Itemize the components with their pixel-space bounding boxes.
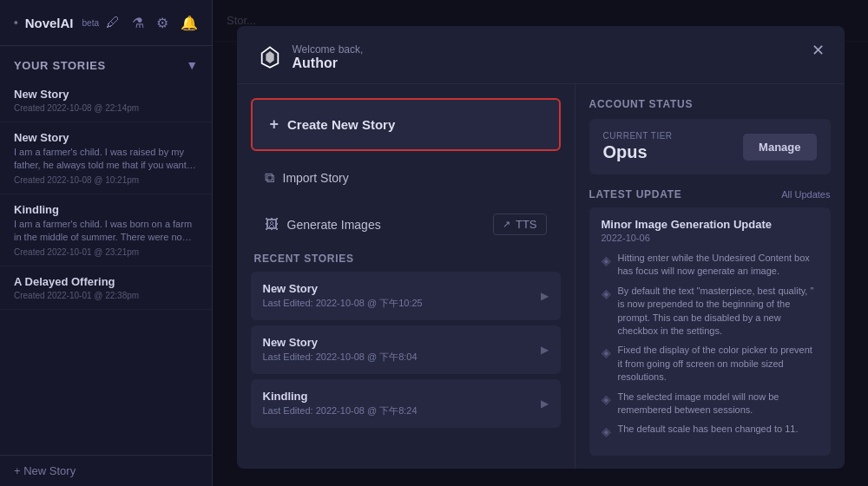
svg-marker-3 — [266, 51, 273, 63]
generate-images-row[interactable]: 🖼 Generate Images ↗ TTS — [251, 203, 561, 246]
welcome-sub-text: Welcome back, — [293, 43, 364, 56]
new-story-button[interactable]: + New Story — [0, 455, 212, 486]
story-date-2: Created 2022-10-01 @ 23:21pm — [14, 247, 198, 257]
tier-card: Current Tier Opus Manage — [589, 119, 831, 174]
story-item-3[interactable]: A Delayed Offering Created 2022-10-01 @ … — [0, 266, 212, 310]
all-updates-link[interactable]: All Updates — [781, 189, 830, 200]
latest-update-title: Latest Update — [589, 188, 682, 200]
update-bullet-3: ◈ — [602, 391, 611, 407]
recent-story-0[interactable]: New Story Last Edited: 2022-10-08 @ 下午10… — [251, 272, 561, 320]
story-item-2[interactable]: Kindling I am a farmer's child. I was bo… — [0, 194, 212, 266]
modal-logo-icon — [258, 45, 282, 69]
create-story-label: Create New Story — [287, 117, 395, 132]
stories-section-title: Your Stories — [14, 59, 106, 72]
update-bullet-0: ◈ — [602, 253, 611, 268]
update-bullet-1: ◈ — [602, 286, 611, 301]
stories-header: Your Stories ▼ — [0, 46, 212, 79]
filter-icon[interactable]: ▼ — [186, 58, 198, 72]
modal-left-panel: + Create New Story ⧉ Import Story 🖼 Gene… — [237, 84, 575, 469]
update-item-3: ◈ The selected image model will now be r… — [602, 391, 819, 417]
close-icon: ✕ — [812, 41, 825, 60]
update-text-0: Hitting enter while the Undesired Conten… — [618, 252, 819, 279]
modal-header: Welcome back, Author ✕ — [237, 26, 845, 84]
update-item-0: ◈ Hitting enter while the Undesired Cont… — [602, 252, 819, 279]
manage-button[interactable]: Manage — [743, 134, 816, 161]
recent-story-title-0: New Story — [263, 282, 541, 295]
create-new-story-button[interactable]: + Create New Story — [251, 98, 561, 151]
update-text-2: Fixed the display of the color picker to… — [618, 344, 819, 384]
beta-badge: beta — [82, 18, 99, 28]
story-title-3: A Delayed Offering — [14, 275, 198, 288]
chevron-right-icon-0: ▶ — [541, 290, 549, 302]
story-title-0: New Story — [14, 88, 198, 101]
story-title-2: Kindling — [14, 203, 198, 216]
story-date-1: Created 2022-10-08 @ 10:21pm — [14, 175, 198, 185]
new-story-label: + New Story — [14, 464, 76, 477]
modal-overlay: Welcome back, Author ✕ + Create New Stor… — [213, 0, 868, 486]
plus-icon: + — [270, 115, 279, 134]
sidebar-nav-icons: 🖊 ⚗ ⚙ 🔔 — [106, 15, 198, 31]
quill-icon[interactable]: 🖊 — [106, 15, 120, 30]
generate-left: 🖼 Generate Images — [265, 217, 381, 233]
recent-story-date-1: Last Edited: 2022-10-08 @ 下午8:04 — [263, 351, 541, 364]
update-text-1: By default the text "masterpiece, best q… — [618, 285, 819, 338]
chevron-right-icon-1: ▶ — [541, 344, 549, 356]
latest-update-header: Latest Update All Updates — [589, 188, 831, 200]
tts-label: TTS — [516, 218, 537, 231]
recent-stories-title: Recent Stories — [251, 253, 561, 265]
update-item-1: ◈ By default the text "masterpiece, best… — [602, 285, 819, 338]
novelai-logo-icon — [14, 12, 18, 33]
update-item-4: ◈ The default scale has been changed to … — [602, 423, 819, 439]
import-story-label: Import Story — [283, 171, 349, 185]
generate-images-label: Generate Images — [287, 218, 381, 232]
modal-right-panel: Account Status Current Tier Opus Manage … — [575, 84, 845, 469]
story-item-0[interactable]: New Story Created 2022-10-08 @ 22:14pm — [0, 79, 212, 122]
recent-story-title-1: New Story — [263, 336, 541, 349]
modal-body: + Create New Story ⧉ Import Story 🖼 Gene… — [237, 84, 845, 469]
update-card: Minor Image Generation Update 2022-10-06… — [589, 207, 831, 456]
person-icon[interactable]: ⚗ — [132, 15, 144, 31]
app-name: NovelAI — [25, 16, 74, 30]
recent-story-info-2: Kindling Last Edited: 2022-10-08 @ 下午8:2… — [263, 390, 541, 417]
close-button[interactable]: ✕ — [806, 38, 831, 62]
import-story-button[interactable]: ⧉ Import Story — [251, 160, 561, 196]
modal-welcome: Welcome back, Author — [293, 43, 364, 71]
update-bullet-4: ◈ — [602, 424, 611, 439]
tier-info: Current Tier Opus — [603, 131, 673, 162]
story-preview-1: I am a farmer's child. I was raised by m… — [14, 146, 198, 173]
update-card-date: 2022-10-06 — [602, 233, 819, 243]
story-title-1: New Story — [14, 131, 198, 144]
image-icon: 🖼 — [265, 217, 279, 233]
story-preview-2: I am a farmer's child. I was born on a f… — [14, 218, 198, 245]
external-link-icon: ↗ — [503, 219, 510, 230]
import-icon: ⧉ — [265, 170, 274, 186]
recent-story-1[interactable]: New Story Last Edited: 2022-10-08 @ 下午8:… — [251, 325, 561, 374]
recent-story-2[interactable]: Kindling Last Edited: 2022-10-08 @ 下午8:2… — [251, 379, 561, 428]
tier-name: Opus — [603, 142, 673, 162]
recent-story-date-0: Last Edited: 2022-10-08 @ 下午10:25 — [263, 297, 541, 310]
update-item-2: ◈ Fixed the display of the color picker … — [602, 344, 819, 384]
tts-button[interactable]: ↗ TTS — [493, 213, 547, 235]
chevron-right-icon-2: ▶ — [541, 397, 549, 410]
recent-story-title-2: Kindling — [263, 390, 541, 403]
update-text-4: The default scale has been changed to 11… — [618, 423, 799, 436]
update-bullet-2: ◈ — [602, 345, 611, 360]
sidebar-header: NovelAI beta 🖊 ⚗ ⚙ 🔔 — [0, 0, 212, 46]
tier-label: Current Tier — [603, 131, 673, 141]
account-status-title: Account Status — [589, 98, 831, 110]
gear-icon[interactable]: ⚙ — [156, 15, 168, 31]
welcome-name-text: Author — [293, 56, 364, 71]
info-icon[interactable]: 🔔 — [181, 15, 198, 31]
svg-marker-1 — [16, 22, 17, 23]
recent-story-info-1: New Story Last Edited: 2022-10-08 @ 下午8:… — [263, 336, 541, 364]
update-text-3: The selected image model will now be rem… — [618, 391, 819, 417]
sidebar: NovelAI beta 🖊 ⚗ ⚙ 🔔 Your Stories ▼ New … — [0, 0, 213, 486]
welcome-modal: Welcome back, Author ✕ + Create New Stor… — [237, 26, 845, 469]
recent-story-info-0: New Story Last Edited: 2022-10-08 @ 下午10… — [263, 282, 541, 310]
update-card-title: Minor Image Generation Update — [602, 218, 819, 231]
story-date-0: Created 2022-10-08 @ 22:14pm — [14, 103, 198, 113]
story-date-3: Created 2022-10-01 @ 22:38pm — [14, 291, 198, 300]
recent-story-date-2: Last Edited: 2022-10-08 @ 下午8:24 — [263, 404, 541, 417]
story-item-1[interactable]: New Story I am a farmer's child. I was r… — [0, 122, 212, 194]
